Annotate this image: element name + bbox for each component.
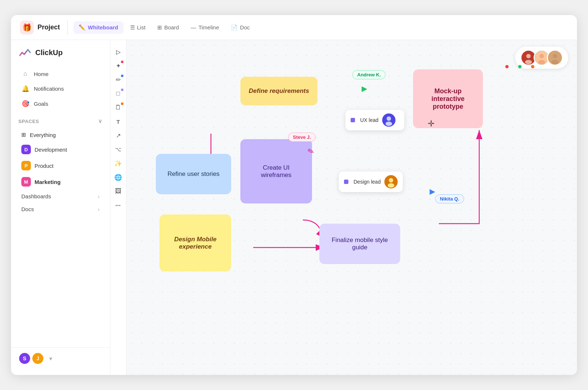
more-icon: •••	[115, 203, 121, 207]
effects-icon: ✨	[114, 160, 122, 167]
chevron-down-icon[interactable]: ∨	[98, 118, 103, 124]
tool-connect[interactable]: ⌥	[112, 143, 125, 156]
toolbar: ▷ ✦ ✏ □ 🗒 T	[110, 40, 126, 375]
node-design-mobile[interactable]: Design Mobile experience	[159, 214, 231, 271]
project-label: Project	[37, 24, 60, 31]
marketing-badge: M	[21, 177, 31, 187]
sidebar-item-development[interactable]: D Development	[14, 141, 107, 158]
card-ux-lead: UX lead	[345, 110, 404, 130]
goals-icon: 🎯	[21, 100, 29, 108]
node-mockup-prototype[interactable]: Mock-up interactive prototype	[413, 69, 483, 128]
canvas[interactable]: Define requirements Refine user stories …	[126, 40, 577, 375]
node-finalize-mobile[interactable]: Finalize mobile style guide	[319, 224, 400, 264]
tool-rect[interactable]: □	[112, 87, 125, 100]
sidebar-item-everything[interactable]: ⊞ Everything	[14, 128, 107, 141]
tool-effects[interactable]: ✨	[112, 157, 125, 170]
logo: ClickUp	[11, 46, 110, 66]
node-refine-user-stories[interactable]: Refine user stories	[156, 154, 231, 194]
project-header[interactable]: 🎁 Project	[20, 21, 68, 35]
tab-board[interactable]: ⊞ Board	[152, 21, 184, 34]
sidebar-item-docs[interactable]: Docs ›	[14, 203, 107, 216]
svg-point-11	[387, 116, 391, 121]
pen-icon: ✏	[116, 76, 121, 84]
tab-list[interactable]: ☰ List	[125, 21, 151, 34]
project-icon: 🎁	[20, 21, 34, 35]
svg-point-3	[525, 60, 532, 64]
rect-dot	[121, 89, 123, 91]
collaborator-3	[547, 50, 563, 66]
collab-dots	[505, 65, 534, 68]
tool-text[interactable]: T	[112, 115, 125, 128]
card-design-lead: Design lead	[339, 171, 403, 192]
note-dot	[121, 102, 123, 105]
tool-arrow[interactable]: ↗	[112, 129, 125, 142]
tab-whiteboard[interactable]: ✏️ Whiteboard	[74, 21, 123, 34]
tool-note[interactable]: 🗒	[112, 101, 125, 114]
whiteboard-icon: ✏️	[79, 24, 86, 31]
tool-globe[interactable]: 🌐	[112, 171, 125, 184]
node-create-ui-wireframes[interactable]: Create UI wireframes	[240, 139, 312, 203]
magic-dot	[121, 61, 123, 63]
sidebar-item-goals[interactable]: 🎯 Goals	[14, 96, 107, 111]
chevron-right-icon: ›	[98, 193, 100, 199]
list-icon: ☰	[130, 24, 135, 31]
everything-icon: ⊞	[21, 131, 26, 138]
product-badge: P	[21, 161, 31, 170]
board-icon: ⊞	[157, 24, 162, 31]
sidebar-nav: ⌂ Home 🔔 Notifications 🎯 Goals Spaces ∨ …	[11, 66, 110, 347]
tab-doc[interactable]: 📄 Doc	[226, 21, 255, 34]
pen-dot	[121, 75, 123, 77]
main-layout: ClickUp ⌂ Home 🔔 Notifications 🎯 Goals S…	[11, 40, 577, 375]
chevron-right-icon-docs: ›	[98, 206, 100, 212]
user-avatar-s[interactable]: S	[18, 352, 31, 365]
sidebar-item-marketing[interactable]: M Marketing	[14, 174, 107, 190]
note-icon: 🗒	[115, 104, 121, 111]
tool-pen[interactable]: ✏	[112, 73, 125, 86]
sidebar-item-product[interactable]: P Product	[14, 158, 107, 174]
svg-point-8	[553, 54, 557, 58]
globe-icon: 🌐	[114, 174, 122, 181]
cursor-icon: ▷	[116, 48, 121, 55]
svg-point-6	[538, 60, 545, 64]
label-nikita: Nikita Q.	[435, 194, 464, 203]
tab-timeline[interactable]: ― Timeline	[186, 21, 224, 33]
top-bar: 🎁 Project ✏️ Whiteboard ☰ List ⊞ Board ―…	[11, 15, 577, 40]
timeline-icon: ―	[191, 24, 196, 30]
flow-arrows	[126, 40, 577, 375]
text-icon: T	[116, 119, 120, 125]
ux-lead-avatar	[382, 113, 395, 127]
magic-icon: ✦	[116, 62, 121, 70]
tool-magic[interactable]: ✦	[112, 59, 125, 72]
label-andrew: Andrew K.	[352, 70, 386, 79]
sidebar-item-dashboards[interactable]: Dashboards ›	[14, 190, 107, 203]
sidebar-item-notifications[interactable]: 🔔 Notifications	[14, 81, 107, 96]
connect-icon: ⌥	[115, 146, 121, 153]
design-lead-avatar	[384, 175, 398, 188]
svg-point-12	[386, 122, 392, 126]
tool-select[interactable]: ▷	[112, 45, 125, 58]
development-badge: D	[21, 145, 31, 154]
node-define-requirements[interactable]: Define requirements	[240, 77, 318, 105]
doc-icon: 📄	[231, 24, 238, 31]
svg-point-15	[388, 183, 394, 188]
whiteboard-area: ▷ ✦ ✏ □ 🗒 T	[110, 40, 577, 375]
home-icon: ⌂	[21, 70, 29, 77]
label-steve: Steve J.	[288, 133, 316, 142]
sidebar-item-home[interactable]: ⌂ Home	[14, 66, 107, 81]
user-dropdown-icon[interactable]: ▾	[49, 355, 52, 362]
cursor-1: ▶	[362, 84, 367, 93]
svg-point-2	[526, 54, 531, 58]
cursor-2: ▶	[430, 187, 435, 196]
spaces-section: Spaces ∨	[11, 114, 110, 128]
nav-tabs: ✏️ Whiteboard ☰ List ⊞ Board ― Timeline …	[71, 21, 255, 34]
clickup-logo-icon	[18, 46, 32, 59]
design-lead-dot	[344, 180, 348, 184]
sidebar-footer: S J ▾	[11, 347, 110, 369]
svg-point-14	[389, 178, 393, 183]
tool-image[interactable]: 🖼	[112, 185, 125, 198]
tool-more[interactable]: •••	[112, 199, 125, 212]
sidebar: ClickUp ⌂ Home 🔔 Notifications 🎯 Goals S…	[11, 40, 110, 375]
ux-lead-dot	[351, 118, 355, 122]
arrow-icon: ↗	[116, 132, 121, 140]
user-avatar-2[interactable]: J	[32, 352, 44, 365]
